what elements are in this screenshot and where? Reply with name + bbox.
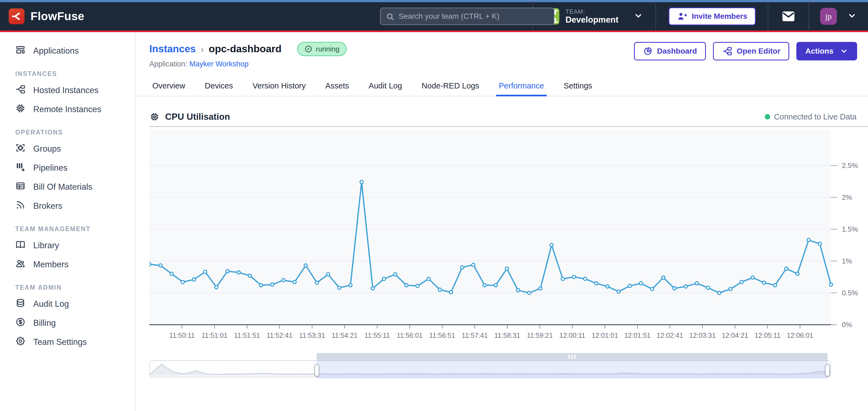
svg-text:11:53:31: 11:53:31 bbox=[299, 332, 325, 339]
sidebar-section-operations: OPERATIONS bbox=[0, 129, 135, 136]
sidebar-item-library[interactable]: Library bbox=[0, 236, 135, 255]
tab-version-history[interactable]: Version History bbox=[251, 76, 307, 96]
sidebar-item-groups[interactable]: Groups bbox=[0, 139, 135, 159]
application-link[interactable]: Mayker Workshop bbox=[189, 60, 248, 68]
logo-text: FlowFuse bbox=[31, 10, 85, 23]
sidebar-item-label: Library bbox=[33, 241, 59, 250]
live-status: Connected to Live Data bbox=[765, 112, 863, 122]
sidebar-item-label: Remote Instances bbox=[33, 105, 101, 114]
team-search bbox=[380, 8, 554, 25]
live-dot-icon bbox=[765, 114, 770, 119]
applications-icon bbox=[15, 45, 26, 57]
svg-text:11:56:01: 11:56:01 bbox=[397, 332, 423, 339]
members-icon bbox=[15, 258, 26, 271]
billing-icon bbox=[15, 317, 26, 329]
audit-log-icon bbox=[15, 298, 26, 310]
svg-text:12:00:11: 12:00:11 bbox=[559, 332, 585, 339]
svg-text:12:06:01: 12:06:01 bbox=[787, 332, 813, 339]
sidebar-item-label: Members bbox=[33, 260, 68, 270]
flowfuse-logo-icon bbox=[9, 8, 25, 24]
user-add-icon bbox=[677, 11, 687, 22]
svg-text:12:04:21: 12:04:21 bbox=[722, 332, 748, 339]
grip-bar-icon bbox=[571, 355, 573, 359]
team-settings-icon bbox=[15, 336, 26, 348]
sidebar-item-audit-log[interactable]: Audit Log bbox=[0, 295, 135, 314]
actions-button[interactable]: Actions bbox=[796, 42, 857, 61]
sidebar-item-team-settings[interactable]: Team Settings bbox=[0, 333, 135, 352]
navbar: FlowFuse TEAM: bbox=[0, 2, 868, 32]
svg-text:1%: 1% bbox=[842, 257, 852, 265]
sidebar-section-team-admin: TEAM ADMIN bbox=[0, 284, 135, 291]
search-input[interactable] bbox=[380, 8, 554, 25]
svg-text:11:54:21: 11:54:21 bbox=[332, 332, 358, 339]
flowfuse-logo[interactable]: FlowFuse bbox=[0, 8, 85, 24]
dashboard-button-label: Dashboard bbox=[657, 47, 697, 56]
sidebar-item-bill-of-materials[interactable]: Bill Of Materials bbox=[0, 177, 135, 197]
tab-overview[interactable]: Overview bbox=[151, 76, 187, 96]
mail-icon bbox=[782, 11, 795, 22]
tab-settings[interactable]: Settings bbox=[562, 76, 594, 96]
svg-text:12:02:41: 12:02:41 bbox=[657, 332, 683, 339]
sidebar-item-label: Team Settings bbox=[33, 337, 87, 347]
svg-text:0.5%: 0.5% bbox=[842, 289, 858, 297]
tab-node-red-logs[interactable]: Node-RED Logs bbox=[420, 76, 481, 96]
sidebar-item-brokers[interactable]: Brokers bbox=[0, 197, 135, 215]
dashboard-button[interactable]: Dashboard bbox=[634, 42, 706, 61]
chart-title: CPU Utilisation bbox=[165, 112, 230, 122]
brush-handle-right[interactable] bbox=[825, 364, 830, 377]
sidebar-section-team-management: TEAM MANAGEMENT bbox=[0, 226, 135, 233]
live-status-text: Connected to Live Data bbox=[774, 112, 857, 122]
breadcrumb-instances-link[interactable]: Instances bbox=[149, 43, 196, 55]
main-content: Instances › opc-dashboard running Applic… bbox=[135, 32, 868, 411]
open-editor-button[interactable]: Open Editor bbox=[713, 42, 789, 61]
brush-handle-left[interactable] bbox=[314, 364, 319, 377]
sidebar-item-applications[interactable]: Applications bbox=[0, 41, 135, 61]
chart-header-rule bbox=[149, 126, 868, 127]
tab-devices[interactable]: Devices bbox=[203, 76, 235, 96]
svg-text:11:57:41: 11:57:41 bbox=[462, 332, 488, 339]
sidebar-item-pipelines[interactable]: Pipelines bbox=[0, 159, 135, 177]
svg-text:12:01:51: 12:01:51 bbox=[624, 332, 651, 339]
user-menu[interactable]: jp bbox=[809, 8, 868, 25]
sidebar-item-label: Billing bbox=[33, 318, 56, 328]
svg-text:11:58:31: 11:58:31 bbox=[494, 332, 520, 339]
sidebar: ApplicationsINSTANCESHosted InstancesRem… bbox=[0, 32, 135, 411]
open-editor-button-label: Open Editor bbox=[737, 47, 780, 56]
sidebar-item-label: Audit Log bbox=[33, 299, 69, 309]
actions-button-label: Actions bbox=[805, 47, 833, 56]
svg-text:0%: 0% bbox=[842, 321, 852, 329]
nav-divider bbox=[655, 1, 656, 31]
svg-text:11:59:21: 11:59:21 bbox=[527, 332, 553, 339]
pipelines-icon bbox=[15, 162, 26, 174]
tab-audit-log[interactable]: Audit Log bbox=[367, 76, 404, 96]
svg-text:1.5%: 1.5% bbox=[842, 225, 858, 233]
svg-text:12:05:11: 12:05:11 bbox=[754, 332, 780, 339]
sidebar-item-hosted-instances[interactable]: Hosted Instances bbox=[0, 81, 135, 100]
pie-chart-icon bbox=[643, 46, 653, 56]
sidebar-item-billing[interactable]: Billing bbox=[0, 314, 135, 333]
grip-bar-icon bbox=[575, 355, 576, 359]
cpu-chip-icon bbox=[149, 112, 160, 122]
user-avatar: jp bbox=[820, 8, 837, 25]
status-badge: running bbox=[297, 42, 346, 56]
brush-drag-grip[interactable] bbox=[317, 353, 827, 361]
sidebar-item-label: Applications bbox=[33, 46, 79, 56]
sidebar-section-instances: INSTANCES bbox=[0, 70, 135, 77]
application-label: Application: bbox=[149, 60, 187, 68]
tab-performance[interactable]: Performance bbox=[497, 76, 546, 96]
svg-text:11:51:51: 11:51:51 bbox=[234, 332, 260, 339]
invite-members-button[interactable]: Invite Members bbox=[669, 7, 756, 25]
brush-selection[interactable] bbox=[317, 353, 828, 379]
sidebar-item-remote-instances[interactable]: Remote Instances bbox=[0, 100, 135, 119]
svg-text:11:50:11: 11:50:11 bbox=[169, 332, 195, 339]
hosted-instances-icon bbox=[15, 84, 26, 97]
tab-assets[interactable]: Assets bbox=[324, 76, 351, 96]
sidebar-item-members[interactable]: Members bbox=[0, 255, 135, 274]
status-badge-label: running bbox=[316, 45, 339, 53]
application-row: Application: Mayker Workshop bbox=[149, 60, 346, 68]
invite-members-label: Invite Members bbox=[692, 12, 747, 21]
notifications-mail-button[interactable] bbox=[768, 11, 809, 22]
svg-text:12:01:01: 12:01:01 bbox=[592, 332, 618, 339]
svg-text:11:56:51: 11:56:51 bbox=[429, 332, 455, 339]
remote-instances-icon bbox=[15, 103, 26, 116]
